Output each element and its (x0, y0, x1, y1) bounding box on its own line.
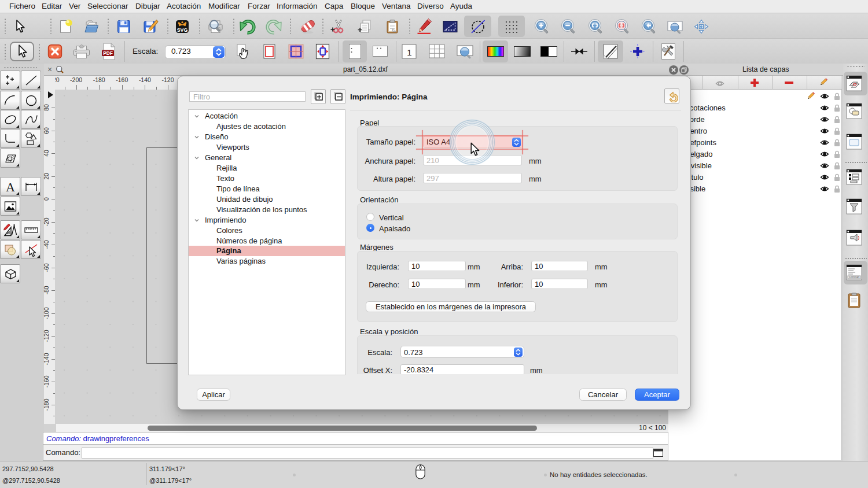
svg-text:SVG: SVG (177, 27, 188, 33)
svg-text:PDF: PDF (103, 50, 113, 56)
svg-text:Comman: Comman (849, 276, 860, 279)
svg-text:1: 1 (407, 47, 411, 57)
svg-text:A: A (6, 180, 15, 194)
